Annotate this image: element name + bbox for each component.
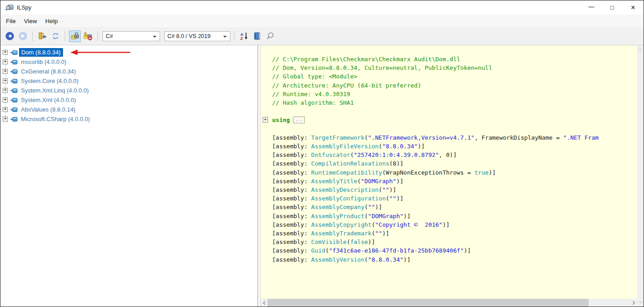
expand-icon[interactable]: + — [3, 117, 8, 122]
code-token: [assembly: — [272, 195, 311, 202]
sort-assemblies-button[interactable]: A Z — [238, 30, 250, 42]
menu-file[interactable]: File — [2, 16, 20, 26]
window-title: ILSpy — [17, 5, 31, 11]
close-button[interactable]: × — [623, 0, 644, 15]
code-token: )] — [418, 143, 425, 150]
code-token: AssemblyCopyright — [311, 221, 371, 228]
scroll-down-arrow-icon[interactable] — [637, 298, 644, 306]
code-token: // Dom, Version=8.8.0.34, Culture=neutra… — [272, 64, 492, 71]
expand-icon[interactable]: + — [3, 78, 8, 83]
code-line: [assembly: AssemblyVersion("8.8.0.34")] — [260, 255, 637, 264]
code-token: AssemblyDescription — [311, 186, 379, 193]
hide-internal-api-button[interactable] — [82, 30, 94, 42]
code-token: )] — [382, 230, 390, 237]
language-select[interactable]: C# — [102, 31, 160, 41]
back-button[interactable] — [4, 30, 15, 42]
expand-icon[interactable]: + — [3, 59, 8, 64]
tree-item[interactable]: + mscorlib (4.0.0.0) — [0, 57, 258, 67]
annotation-arrow-icon — [69, 49, 132, 56]
fold-expand-icon[interactable]: + — [263, 117, 268, 122]
code-token: [assembly: — [272, 256, 311, 263]
tree-item[interactable]: + System.Core (4.0.0.0) — [0, 76, 258, 86]
tree-item[interactable]: + Microsoft.CSharp (4.0.0.0) — [0, 114, 258, 124]
search-button[interactable] — [264, 30, 276, 42]
search-icon — [266, 32, 275, 40]
scroll-right-arrow-icon[interactable] — [629, 299, 637, 307]
code-token: // Runtime: v4.0.30319 — [272, 91, 350, 97]
code-token: (WrapNonExceptionThrows = — [382, 169, 475, 176]
code-token: "f341c6ae-e186-47fd-b1fa-25bb7689406f" — [329, 247, 463, 254]
tree-item-label: Microsoft.CSharp (4.0.0.0) — [21, 116, 90, 122]
open-file-button[interactable] — [36, 30, 48, 42]
expand-icon[interactable]: + — [3, 69, 8, 74]
vertical-scrollbar[interactable] — [637, 45, 644, 307]
assembly-icon — [10, 78, 18, 84]
assembly-icon — [10, 97, 18, 103]
code-token: "" — [368, 204, 375, 210]
forward-button[interactable] — [17, 30, 29, 42]
menu-bar: File View Help — [0, 15, 644, 27]
collapsed-region-box[interactable]: ... — [293, 117, 305, 123]
code-line: [assembly: AssemblyCompany("")] — [260, 203, 637, 211]
maximize-button[interactable]: □ — [602, 0, 623, 15]
code-token: "8.8.0.34" — [382, 143, 418, 150]
assembly-tree[interactable]: + Dom (8.8.0.34)+ mscorlib (4.0.0.0)+ Cx… — [0, 45, 258, 307]
code-token: true — [474, 169, 488, 176]
tree-item[interactable]: + System.Xml.Linq (4.0.0.0) — [0, 86, 258, 95]
code-token: using — [272, 117, 290, 123]
hide-internal-api-icon — [83, 32, 93, 40]
toolbar-separator — [32, 31, 33, 41]
code-line: [assembly: AssemblyDescription("")] — [260, 185, 637, 194]
scroll-up-arrow-icon[interactable] — [637, 46, 644, 54]
code-line: [assembly: AssemblyProduct("DOMGraph")] — [260, 212, 637, 220]
code-line: [assembly: AssemblyCopyright("Copyright … — [260, 220, 637, 229]
code-line: [assembly: CompilationRelaxations(8)] — [260, 159, 637, 168]
expand-icon[interactable]: + — [3, 97, 8, 102]
expand-icon[interactable]: + — [3, 50, 8, 55]
menu-help[interactable]: Help — [41, 16, 62, 26]
horizontal-scrollbar[interactable] — [260, 299, 637, 307]
tree-item-label: Dom (8.8.0.34) — [19, 48, 63, 57]
sort-assemblies-icon: A Z — [239, 32, 249, 40]
tree-item[interactable]: + System.Xml (4.0.0.0) — [0, 95, 258, 105]
code-line: +using... — [260, 116, 637, 124]
refresh-button[interactable] — [49, 30, 61, 42]
show-internal-api-button[interactable] — [69, 30, 81, 42]
code-token: CompilationRelaxations — [311, 160, 389, 167]
code-token: )] — [464, 247, 471, 254]
code-token: TargetFramework — [311, 134, 364, 141]
tree-item-label: AbsValues (8.8.0.14) — [21, 106, 75, 113]
expand-icon[interactable]: + — [3, 107, 8, 112]
code-token: )] — [368, 239, 375, 245]
code-token: )] — [396, 178, 404, 185]
code-line: [assembly: ComVisible(false)] — [260, 238, 637, 246]
decompiled-code-view[interactable]: // C:\Program Files\Checkmarx\Checkmarx … — [260, 45, 637, 299]
code-line: [assembly: Guid("f341c6ae-e186-47fd-b1fa… — [260, 246, 637, 255]
code-token: [assembly: — [272, 239, 311, 245]
toolbar-separator — [234, 31, 234, 41]
code-token: "257420:1:0:4.39.0.8792" — [354, 151, 439, 158]
code-line: // Architecture: AnyCPU (64-bit preferre… — [260, 81, 637, 90]
code-token: // Architecture: AnyCPU (64-bit preferre… — [272, 82, 421, 89]
code-line — [260, 125, 637, 133]
assembly-icon — [10, 50, 18, 55]
forward-icon — [19, 32, 27, 40]
menu-view[interactable]: View — [20, 16, 41, 26]
tree-item[interactable]: + CxGeneral (8.8.0.34) — [0, 67, 258, 76]
assembly-icon — [10, 117, 18, 122]
expand-icon[interactable]: + — [3, 88, 8, 93]
horizontal-scrollbar-thumb[interactable] — [268, 299, 589, 307]
code-token: "DOMGraph" — [361, 178, 396, 185]
full-decompile-button[interactable] — [251, 30, 263, 42]
code-line: // Global type: <Module> — [260, 72, 637, 81]
title-bar[interactable]: ILSpy — □ × — [0, 0, 644, 15]
code-line: [assembly: TargetFramework(".NETFramewor… — [260, 133, 637, 142]
code-token: , 0)] — [439, 151, 457, 158]
scroll-left-arrow-icon[interactable] — [260, 299, 268, 307]
tree-item[interactable]: + AbsValues (8.8.0.14) — [0, 105, 258, 114]
code-token: [assembly: — [272, 178, 311, 185]
language-version-select[interactable]: C# 8.0 / VS 2019 — [164, 31, 230, 41]
minimize-button[interactable]: — — [581, 0, 602, 15]
back-icon — [5, 32, 14, 40]
code-token: )] — [404, 213, 411, 219]
